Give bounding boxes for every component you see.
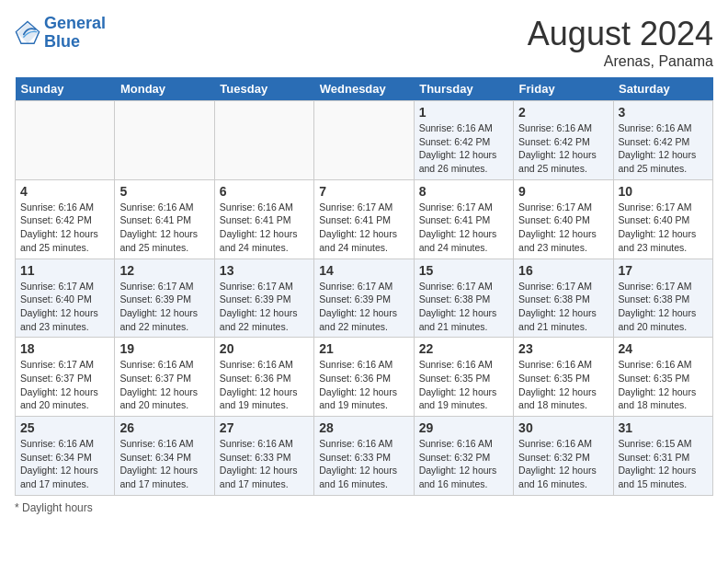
day-info: Sunrise: 6:17 AM Sunset: 6:38 PM Dayligh… xyxy=(518,280,608,334)
calendar-cell: 30Sunrise: 6:16 AM Sunset: 6:32 PM Dayli… xyxy=(514,417,613,496)
day-info: Sunrise: 6:17 AM Sunset: 6:38 PM Dayligh… xyxy=(419,280,508,334)
calendar-cell: 25Sunrise: 6:16 AM Sunset: 6:34 PM Dayli… xyxy=(16,417,115,496)
day-info: Sunrise: 6:16 AM Sunset: 6:35 PM Dayligh… xyxy=(518,358,608,412)
day-info: Sunrise: 6:16 AM Sunset: 6:34 PM Dayligh… xyxy=(119,437,209,491)
calendar-cell: 7Sunrise: 6:17 AM Sunset: 6:41 PM Daylig… xyxy=(314,179,414,259)
day-info: Sunrise: 6:16 AM Sunset: 6:42 PM Dayligh… xyxy=(20,201,109,255)
day-info: Sunrise: 6:17 AM Sunset: 6:38 PM Dayligh… xyxy=(619,280,708,334)
footer-note: * Daylight hours xyxy=(15,501,713,514)
calendar-cell: 2Sunrise: 6:16 AM Sunset: 6:42 PM Daylig… xyxy=(514,101,613,180)
day-number: 21 xyxy=(319,341,408,356)
calendar-cell: 5Sunrise: 6:16 AM Sunset: 6:41 PM Daylig… xyxy=(115,179,214,259)
calendar-cell: 11Sunrise: 6:17 AM Sunset: 6:40 PM Dayli… xyxy=(16,259,115,338)
calendar-cell: 9Sunrise: 6:17 AM Sunset: 6:40 PM Daylig… xyxy=(514,179,613,259)
day-header-sunday: Sunday xyxy=(16,77,115,101)
day-number: 3 xyxy=(619,105,708,120)
day-header-saturday: Saturday xyxy=(613,77,712,101)
day-info: Sunrise: 6:17 AM Sunset: 6:39 PM Dayligh… xyxy=(220,280,309,334)
day-info: Sunrise: 6:16 AM Sunset: 6:36 PM Dayligh… xyxy=(319,358,408,412)
day-number: 5 xyxy=(119,184,209,199)
day-number: 15 xyxy=(419,263,508,278)
calendar-cell: 3Sunrise: 6:16 AM Sunset: 6:42 PM Daylig… xyxy=(613,101,712,180)
day-number: 26 xyxy=(119,420,209,435)
day-info: Sunrise: 6:17 AM Sunset: 6:37 PM Dayligh… xyxy=(20,358,109,412)
calendar-cell: 4Sunrise: 6:16 AM Sunset: 6:42 PM Daylig… xyxy=(16,179,115,259)
calendar-cell: 18Sunrise: 6:17 AM Sunset: 6:37 PM Dayli… xyxy=(16,338,115,417)
calendar-cell: 12Sunrise: 6:17 AM Sunset: 6:39 PM Dayli… xyxy=(115,259,214,338)
day-info: Sunrise: 6:16 AM Sunset: 6:42 PM Dayligh… xyxy=(419,121,508,176)
calendar-cell: 14Sunrise: 6:17 AM Sunset: 6:39 PM Dayli… xyxy=(314,259,414,338)
calendar-cell xyxy=(16,101,115,180)
day-number: 2 xyxy=(518,105,608,120)
week-row-4: 18Sunrise: 6:17 AM Sunset: 6:37 PM Dayli… xyxy=(16,338,713,417)
calendar-cell: 28Sunrise: 6:16 AM Sunset: 6:33 PM Dayli… xyxy=(314,417,414,496)
day-info: Sunrise: 6:16 AM Sunset: 6:41 PM Dayligh… xyxy=(220,201,309,255)
location: Arenas, Panama xyxy=(528,53,713,70)
month-year: August 2024 xyxy=(528,15,713,53)
day-header-friday: Friday xyxy=(514,77,613,101)
week-row-3: 11Sunrise: 6:17 AM Sunset: 6:40 PM Dayli… xyxy=(16,259,713,338)
day-header-row: SundayMondayTuesdayWednesdayThursdayFrid… xyxy=(16,77,713,101)
calendar-cell: 15Sunrise: 6:17 AM Sunset: 6:38 PM Dayli… xyxy=(414,259,513,338)
day-number: 1 xyxy=(419,105,508,120)
day-info: Sunrise: 6:16 AM Sunset: 6:36 PM Dayligh… xyxy=(220,358,309,412)
calendar-cell: 8Sunrise: 6:17 AM Sunset: 6:41 PM Daylig… xyxy=(414,179,513,259)
day-info: Sunrise: 6:16 AM Sunset: 6:42 PM Dayligh… xyxy=(619,121,708,176)
day-number: 20 xyxy=(220,341,309,356)
day-info: Sunrise: 6:16 AM Sunset: 6:41 PM Dayligh… xyxy=(119,201,209,255)
calendar-cell: 1Sunrise: 6:16 AM Sunset: 6:42 PM Daylig… xyxy=(414,101,513,180)
day-info: Sunrise: 6:17 AM Sunset: 6:40 PM Dayligh… xyxy=(20,280,109,334)
calendar-cell: 24Sunrise: 6:16 AM Sunset: 6:35 PM Dayli… xyxy=(613,338,712,417)
day-number: 6 xyxy=(220,184,309,199)
title-area: August 2024 Arenas, Panama xyxy=(528,15,713,70)
day-number: 4 xyxy=(20,184,109,199)
day-info: Sunrise: 6:16 AM Sunset: 6:32 PM Dayligh… xyxy=(419,437,508,491)
logo-icon xyxy=(15,20,40,46)
logo: General Blue xyxy=(15,15,106,52)
calendar-cell: 29Sunrise: 6:16 AM Sunset: 6:32 PM Dayli… xyxy=(414,417,513,496)
calendar-cell: 19Sunrise: 6:16 AM Sunset: 6:37 PM Dayli… xyxy=(115,338,214,417)
day-number: 24 xyxy=(619,341,708,356)
day-number: 17 xyxy=(619,263,708,278)
page-header: General Blue August 2024 Arenas, Panama xyxy=(15,15,713,70)
day-number: 8 xyxy=(419,184,508,199)
day-number: 29 xyxy=(419,420,508,435)
day-info: Sunrise: 6:17 AM Sunset: 6:40 PM Dayligh… xyxy=(518,201,608,255)
calendar-cell: 23Sunrise: 6:16 AM Sunset: 6:35 PM Dayli… xyxy=(514,338,613,417)
day-info: Sunrise: 6:16 AM Sunset: 6:42 PM Dayligh… xyxy=(518,121,608,176)
calendar-cell: 22Sunrise: 6:16 AM Sunset: 6:35 PM Dayli… xyxy=(414,338,513,417)
calendar-cell: 26Sunrise: 6:16 AM Sunset: 6:34 PM Dayli… xyxy=(115,417,214,496)
day-info: Sunrise: 6:16 AM Sunset: 6:35 PM Dayligh… xyxy=(619,358,708,412)
calendar-cell: 13Sunrise: 6:17 AM Sunset: 6:39 PM Dayli… xyxy=(214,259,313,338)
day-info: Sunrise: 6:16 AM Sunset: 6:34 PM Dayligh… xyxy=(20,437,109,491)
day-number: 19 xyxy=(119,341,209,356)
calendar-cell: 6Sunrise: 6:16 AM Sunset: 6:41 PM Daylig… xyxy=(214,179,313,259)
day-number: 18 xyxy=(20,341,109,356)
day-info: Sunrise: 6:16 AM Sunset: 6:33 PM Dayligh… xyxy=(319,437,408,491)
day-number: 7 xyxy=(319,184,408,199)
calendar-cell: 27Sunrise: 6:16 AM Sunset: 6:33 PM Dayli… xyxy=(214,417,313,496)
day-info: Sunrise: 6:17 AM Sunset: 6:40 PM Dayligh… xyxy=(619,201,708,255)
logo-text: General Blue xyxy=(44,15,106,52)
day-number: 28 xyxy=(319,420,408,435)
day-info: Sunrise: 6:16 AM Sunset: 6:37 PM Dayligh… xyxy=(119,358,209,412)
day-number: 13 xyxy=(220,263,309,278)
week-row-2: 4Sunrise: 6:16 AM Sunset: 6:42 PM Daylig… xyxy=(16,179,713,259)
day-header-monday: Monday xyxy=(115,77,214,101)
day-number: 25 xyxy=(20,420,109,435)
calendar-cell: 31Sunrise: 6:15 AM Sunset: 6:31 PM Dayli… xyxy=(613,417,712,496)
calendar-cell: 16Sunrise: 6:17 AM Sunset: 6:38 PM Dayli… xyxy=(514,259,613,338)
calendar-cell: 17Sunrise: 6:17 AM Sunset: 6:38 PM Dayli… xyxy=(613,259,712,338)
day-number: 31 xyxy=(619,420,708,435)
day-info: Sunrise: 6:17 AM Sunset: 6:39 PM Dayligh… xyxy=(119,280,209,334)
calendar-table: SundayMondayTuesdayWednesdayThursdayFrid… xyxy=(15,77,713,496)
day-number: 23 xyxy=(518,341,608,356)
day-info: Sunrise: 6:16 AM Sunset: 6:32 PM Dayligh… xyxy=(518,437,608,491)
week-row-5: 25Sunrise: 6:16 AM Sunset: 6:34 PM Dayli… xyxy=(16,417,713,496)
day-number: 11 xyxy=(20,263,109,278)
week-row-1: 1Sunrise: 6:16 AM Sunset: 6:42 PM Daylig… xyxy=(16,101,713,180)
calendar-cell: 10Sunrise: 6:17 AM Sunset: 6:40 PM Dayli… xyxy=(613,179,712,259)
calendar-cell: 21Sunrise: 6:16 AM Sunset: 6:36 PM Dayli… xyxy=(314,338,414,417)
day-number: 22 xyxy=(419,341,508,356)
day-number: 27 xyxy=(220,420,309,435)
